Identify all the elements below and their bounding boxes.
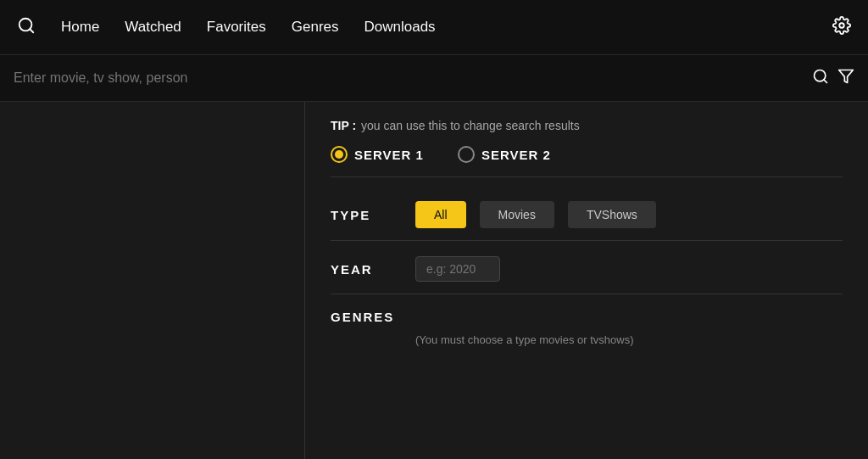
nav-search-icon[interactable]: [17, 16, 36, 39]
server-2-label: SERVER 2: [481, 148, 551, 162]
type-all-button[interactable]: All: [415, 201, 466, 228]
server-1-label: SERVER 1: [354, 148, 424, 162]
search-input[interactable]: [14, 70, 804, 86]
genres-note: (You must choose a type movies or tvshow…: [415, 333, 843, 346]
server-row: SERVER 1 SERVER 2: [331, 146, 843, 177]
tip-label: TIP :: [331, 119, 356, 132]
year-section: YEAR: [331, 241, 843, 294]
server-2-radio[interactable]: [458, 146, 475, 163]
svg-marker-5: [839, 70, 854, 82]
settings-icon[interactable]: [832, 16, 851, 39]
type-label: TYPE: [331, 208, 390, 222]
svg-point-2: [839, 23, 844, 28]
svg-line-4: [824, 79, 827, 82]
genres-section: GENRES (You must choose a type movies or…: [331, 294, 843, 358]
tip-row: TIP : you can use this to change search …: [331, 119, 843, 132]
nav-item-downloads[interactable]: Downloads: [364, 19, 436, 36]
nav-links: Home Watched Favorites Genres Downloads: [61, 19, 832, 36]
genres-label: GENRES: [331, 310, 394, 324]
nav-item-watched[interactable]: Watched: [125, 19, 181, 36]
year-input[interactable]: [415, 256, 500, 282]
type-section: TYPE All Movies TVShows: [331, 186, 843, 241]
server-1-radio[interactable]: [331, 146, 348, 163]
nav-item-home[interactable]: Home: [61, 19, 99, 36]
filter-panel: TIP : you can use this to change search …: [305, 102, 868, 459]
tip-text: you can use this to change search result…: [361, 119, 580, 132]
server-2-option[interactable]: SERVER 2: [458, 146, 551, 163]
left-panel: [0, 102, 305, 459]
navbar: Home Watched Favorites Genres Downloads: [0, 0, 868, 55]
main-content: TIP : you can use this to change search …: [0, 102, 868, 459]
filter-button[interactable]: [837, 68, 854, 89]
search-button[interactable]: [812, 68, 829, 89]
search-bar: [0, 55, 868, 102]
nav-item-favorites[interactable]: Favorites: [207, 19, 266, 36]
type-tvshows-button[interactable]: TVShows: [568, 201, 656, 228]
svg-line-1: [30, 29, 33, 32]
server-1-option[interactable]: SERVER 1: [331, 146, 424, 163]
type-movies-button[interactable]: Movies: [480, 201, 554, 228]
nav-item-genres[interactable]: Genres: [292, 19, 339, 36]
type-buttons: All Movies TVShows: [415, 201, 656, 228]
year-label: YEAR: [331, 262, 390, 277]
